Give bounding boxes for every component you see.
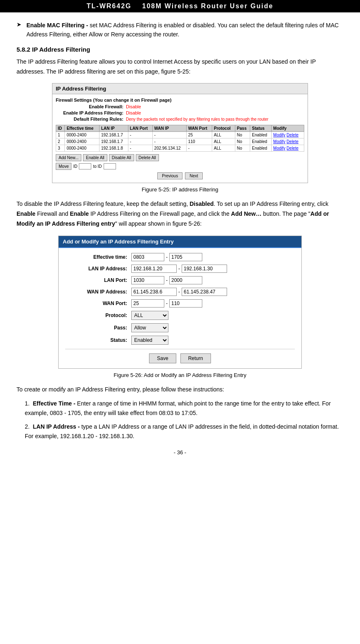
- nav-buttons: Previous Next: [56, 172, 304, 179]
- table-cell: 2: [56, 138, 65, 145]
- status-select[interactable]: Enabled Disabled: [131, 336, 168, 345]
- table-cell: Modify Delete: [271, 138, 304, 145]
- para2-disabled: Disabled: [189, 200, 213, 207]
- table-row: 30000-2400192.168.1.8-202.96.134.12-ALLN…: [56, 145, 304, 152]
- bullet-text: Enable MAC Filtering - set MAC Address F…: [26, 21, 343, 39]
- lan-port-to[interactable]: [169, 276, 202, 284]
- table-row: 20000-2400192.168.1.7--110ALLNoEnabledMo…: [56, 138, 304, 145]
- table-cell: -: [152, 138, 186, 145]
- default-rules-value: Deny the packets not specified by any fi…: [126, 117, 268, 122]
- table-cell: 0000-2400: [65, 138, 99, 145]
- delete-all-button[interactable]: Delete All: [136, 154, 159, 161]
- lan-ip-to[interactable]: [182, 265, 227, 273]
- col-lan-port: LAN Port: [128, 125, 152, 132]
- pass-select[interactable]: Allow Deny: [131, 323, 168, 332]
- table-cell: Enabled: [250, 132, 272, 138]
- header: TL-WR642G 108M Wireless Router User Guid…: [0, 0, 360, 12]
- move-button[interactable]: Move: [56, 163, 71, 170]
- effective-time-from[interactable]: [131, 253, 164, 261]
- protocol-select[interactable]: ALL TCP UDP: [131, 311, 168, 320]
- dash5: -: [166, 301, 168, 306]
- lan-ip-label: LAN IP Address:: [65, 266, 131, 272]
- para2-enable1: Enable: [17, 210, 36, 217]
- effective-time-row: Effective time: -: [65, 253, 295, 261]
- disable-all-button[interactable]: Disable All: [109, 154, 134, 161]
- table-cell: No: [235, 132, 250, 138]
- table-cell: Enabled: [250, 138, 272, 145]
- modify-box: Add or Modify an IP Address Filtering En…: [58, 236, 302, 369]
- lan-ip-row: LAN IP Address: -: [65, 265, 295, 273]
- dash4: -: [178, 289, 180, 295]
- col-wan-port: WAN Port: [186, 125, 212, 132]
- table-cell: 192.168.1.7: [99, 132, 128, 138]
- lan-port-from[interactable]: [131, 276, 164, 284]
- effective-time-to[interactable]: [169, 253, 202, 261]
- lan-ip-from[interactable]: [131, 265, 177, 273]
- para2-post: " will appear shown in figure 5-26:: [115, 220, 202, 227]
- instruction-2-label: LAN IP Address -: [33, 423, 80, 430]
- fw-settings-title: Firewall Settings (You can change it on …: [56, 98, 304, 103]
- delete-link[interactable]: Delete: [287, 139, 298, 144]
- table-cell: -: [186, 145, 212, 152]
- instructions-list: 1. Effective Time - Enter a range of tim…: [25, 399, 343, 441]
- next-button[interactable]: Next: [185, 172, 203, 179]
- modify-title: Add or Modify an IP Address Filtering En…: [59, 236, 301, 248]
- dash2: -: [178, 266, 180, 272]
- table-cell: 25: [186, 132, 212, 138]
- move-from-input[interactable]: [79, 163, 91, 169]
- protocol-label: Protocol:: [65, 312, 131, 318]
- table-cell: ALL: [212, 138, 235, 145]
- bullet-arrow: ➤: [17, 21, 22, 28]
- wan-ip-to[interactable]: [182, 288, 227, 296]
- figure-5-25-container: IP Address Filtering Firewall Settings (…: [17, 83, 343, 193]
- instruction-1-number: 1.: [25, 400, 33, 407]
- instruction-1-label: Effective Time -: [33, 400, 75, 407]
- col-pass: Pass: [235, 125, 250, 132]
- ip-filter-title: IP Address Filtering: [52, 83, 308, 94]
- return-button[interactable]: Return: [180, 353, 211, 363]
- bullet-section: ➤ Enable MAC Filtering - set MAC Address…: [17, 21, 343, 39]
- instruction-2: 2. LAN IP Address - type a LAN IP Addres…: [25, 422, 343, 441]
- ip-table-header: ID Effective time LAN IP LAN Port WAN IP…: [56, 125, 304, 132]
- previous-button[interactable]: Previous: [157, 172, 182, 179]
- add-new-button[interactable]: Add New...: [56, 154, 81, 161]
- modify-link[interactable]: Modify: [273, 146, 285, 150]
- para2-enable2: Enable: [70, 210, 89, 217]
- instruction-1: 1. Effective Time - Enter a range of tim…: [25, 399, 343, 418]
- wan-port-label: WAN Port:: [65, 301, 131, 306]
- instruction-2-number: 2.: [25, 423, 33, 430]
- table-cell: -: [152, 132, 186, 138]
- lan-port-row: LAN Port: -: [65, 276, 295, 284]
- table-cell: 192.168.1.8: [99, 145, 128, 152]
- para2-mid1: . To set up an IP Address Filtering entr…: [214, 200, 329, 207]
- effective-time-label: Effective time:: [65, 254, 131, 260]
- enable-all-button[interactable]: Enable All: [83, 154, 107, 161]
- table-cell: 192.168.1.7: [99, 138, 128, 145]
- wan-port-from[interactable]: [131, 299, 164, 308]
- delete-link[interactable]: Delete: [287, 146, 298, 150]
- wan-ip-row: WAN IP Address: -: [65, 288, 295, 296]
- table-cell: -: [128, 145, 152, 152]
- intro-para: The IP address Filtering feature allows …: [17, 57, 343, 77]
- lan-port-label: LAN Port:: [65, 277, 131, 283]
- ip-filter-box: IP Address Filtering Firewall Settings (…: [52, 83, 308, 183]
- table-cell: No: [235, 145, 250, 152]
- save-return-row: Save Return: [65, 349, 295, 363]
- move-to-input[interactable]: [104, 163, 116, 169]
- enable-fw-value: Disable: [126, 104, 141, 109]
- col-effective-time: Effective time: [65, 125, 99, 132]
- save-button[interactable]: Save: [149, 353, 176, 363]
- ip-filter-table: ID Effective time LAN IP LAN Port WAN IP…: [56, 125, 304, 152]
- wan-port-to[interactable]: [169, 299, 202, 308]
- col-lan-ip: LAN IP: [99, 125, 128, 132]
- table-cell: 110: [186, 138, 212, 145]
- wan-ip-from[interactable]: [131, 288, 177, 296]
- enable-ip-label: Enable IP Address Filtering:: [56, 110, 126, 115]
- para2-pre: To disable the IP Address Filtering feat…: [17, 200, 189, 207]
- figure-5-26-container: Add or Modify an IP Address Filtering En…: [17, 236, 343, 378]
- table-cell: Enabled: [250, 145, 272, 152]
- modify-link[interactable]: Modify: [273, 139, 285, 144]
- table-cell: 0000-2400: [65, 132, 99, 138]
- delete-link[interactable]: Delete: [287, 133, 298, 137]
- modify-link[interactable]: Modify: [273, 133, 285, 137]
